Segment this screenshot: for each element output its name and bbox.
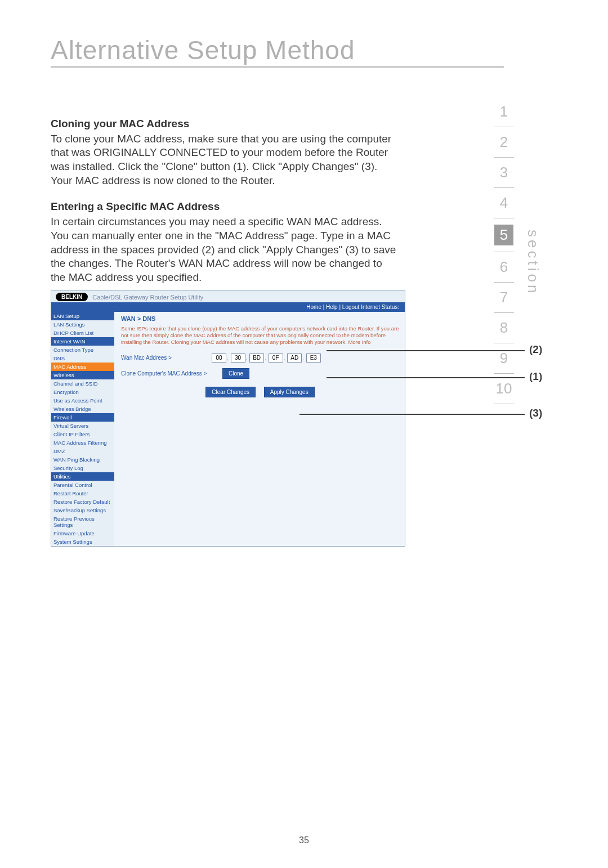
callout-3: (3) — [529, 407, 542, 419]
mac-octet-2[interactable] — [231, 354, 245, 363]
breadcrumb: WAN > DNS — [121, 315, 399, 322]
product-name: Cable/DSL Gateway Router Setup Utility — [92, 294, 203, 301]
paragraph-entering: In certain circumstances you may need a … — [51, 215, 400, 284]
sidebar-item-restore-default[interactable]: Restore Factory Default — [51, 498, 114, 506]
section-nav: 1 2 3 4 5 6 7 8 9 10 — [491, 97, 517, 404]
mac-octet-5[interactable] — [287, 354, 302, 363]
sidebar-item-restore-prev[interactable]: Restore Previous Settings — [51, 514, 114, 529]
sidebar-item-ap[interactable]: Use as Access Point — [51, 396, 114, 405]
sidebar-item-system[interactable]: System Settings — [51, 538, 114, 546]
nav-1[interactable]: 1 — [491, 97, 517, 127]
paragraph-cloning: To clone your MAC address, make sure tha… — [51, 132, 400, 188]
mac-octet-1[interactable] — [212, 354, 226, 363]
sidebar-item-dmz[interactable]: DMZ — [51, 447, 114, 455]
sidebar-item-lan-settings[interactable]: LAN Settings — [51, 320, 114, 329]
belkin-logo: BELKIN — [56, 293, 88, 301]
sidebar-item-ping[interactable]: WAN Ping Blocking — [51, 455, 114, 464]
heading-entering: Entering a Specific MAC Address — [51, 200, 400, 214]
clear-changes-button[interactable]: Clear Changes — [205, 387, 256, 397]
sidebar-item-ipfilters[interactable]: Client IP Filters — [51, 430, 114, 439]
body-column: Cloning your MAC Address To clone your M… — [51, 117, 400, 297]
sidebar-cat-firewall: Firewall — [51, 413, 114, 422]
sidebar-item-conn-type[interactable]: Connection Type — [51, 346, 114, 354]
sidebar-item-restart[interactable]: Restart Router — [51, 489, 114, 498]
callout-2: (2) — [529, 343, 542, 356]
sidebar-cat-utilities: Utilities — [51, 472, 114, 481]
wan-mac-label: Wan Mac Addrees > — [121, 355, 211, 361]
top-links-bar[interactable]: Home | Help | Logout Internet Status: — [51, 302, 405, 312]
callout-line-1 — [327, 377, 525, 378]
nav-10[interactable]: 10 — [491, 374, 517, 404]
mac-address-inputs: . . . . . — [211, 354, 321, 363]
clone-button[interactable]: Clone — [222, 368, 249, 379]
clone-label: Clone Computer's MAC Address > — [121, 370, 222, 377]
nav-8[interactable]: 8 — [491, 313, 517, 343]
sidebar-item-macfilter[interactable]: MAC Address Filtering — [51, 439, 114, 447]
mac-octet-3[interactable] — [249, 354, 264, 363]
nav-4[interactable]: 4 — [491, 188, 517, 218]
sidebar-cat-wireless: Wireless — [51, 371, 114, 379]
page-number: 35 — [0, 835, 608, 845]
apply-changes-button[interactable]: Apply Changes — [264, 387, 315, 397]
router-ui-screenshot: BELKIN Cable/DSL Gateway Router Setup Ut… — [51, 290, 405, 547]
nav-7[interactable]: 7 — [491, 283, 517, 312]
sidebar-item-firmware[interactable]: Firmware Update — [51, 529, 114, 538]
sidebar-item-bridge[interactable]: Wireless Bridge — [51, 405, 114, 413]
sidebar-cat-wan: Internet WAN — [51, 337, 114, 346]
nav-6[interactable]: 6 — [491, 252, 517, 282]
sidebar-item-vservers[interactable]: Virtual Servers — [51, 422, 114, 430]
callout-1: (1) — [529, 370, 542, 383]
sidebar-cat-lan: LAN Setup — [51, 312, 114, 320]
sidebar-item-seclog[interactable]: Security Log — [51, 464, 114, 472]
sidebar-item-backup[interactable]: Save/Backup Settings — [51, 506, 114, 514]
nav-5-active[interactable]: 5 — [491, 218, 517, 252]
nav-9[interactable]: 9 — [491, 343, 517, 373]
nav-3[interactable]: 3 — [491, 158, 517, 187]
sidebar-item-dhcp[interactable]: DHCP Client List — [51, 329, 114, 337]
sidebar-item-parental[interactable]: Parental Control — [51, 481, 114, 489]
section-label: section — [524, 230, 542, 296]
page-title: Alternative Setup Method — [51, 35, 355, 65]
nav-2[interactable]: 2 — [491, 127, 517, 157]
sidebar-item-dns[interactable]: DNS — [51, 354, 114, 363]
callout-line-2 — [327, 350, 525, 351]
description-text: Some ISPs require that you clone (copy) … — [121, 325, 399, 346]
title-rule — [51, 66, 504, 68]
mac-octet-6[interactable] — [306, 354, 321, 363]
sidebar-item-mac-address[interactable]: MAC Address — [51, 363, 114, 371]
sidebar-item-channel[interactable]: Channel and SSID — [51, 379, 114, 388]
main-panel: WAN > DNS Some ISPs require that you clo… — [114, 312, 405, 546]
mac-octet-4[interactable] — [269, 354, 283, 363]
callout-line-3 — [299, 414, 525, 415]
heading-cloning: Cloning your MAC Address — [51, 117, 400, 131]
sidebar-item-encryption[interactable]: Encryption — [51, 388, 114, 396]
sidebar: LAN Setup LAN Settings DHCP Client List … — [51, 312, 114, 546]
